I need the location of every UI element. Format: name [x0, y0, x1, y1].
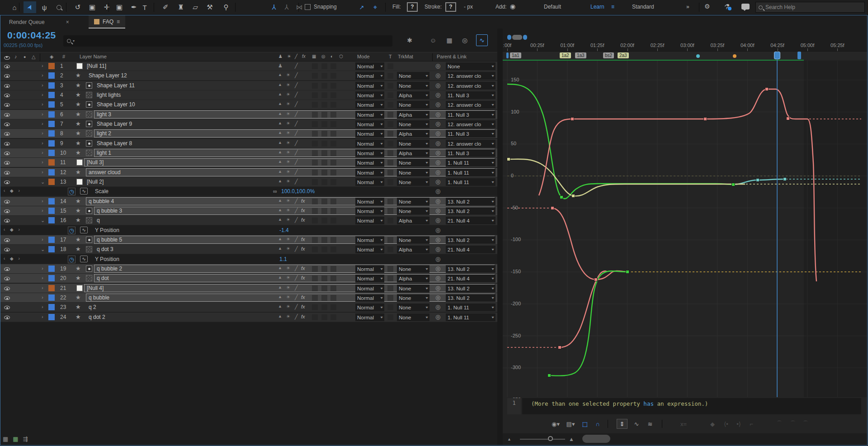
preserve-transparency-well[interactable] [387, 208, 393, 214]
pickwhip-icon[interactable]: ◎ [435, 275, 440, 281]
pickwhip-icon[interactable]: ◎ [435, 91, 440, 98]
expand-chevron-icon[interactable]: › [42, 140, 43, 146]
pickwhip-icon[interactable]: ◎ [435, 82, 440, 89]
workspace-default[interactable]: Default [544, 4, 561, 10]
layer-name[interactable]: q bubble 5 [97, 237, 122, 243]
switch-well[interactable] [330, 218, 336, 223]
pickwhip-icon[interactable]: ◎ [435, 304, 440, 310]
expand-chevron-icon[interactable]: › [42, 169, 43, 175]
keyframe[interactable] [732, 183, 735, 186]
switch-well[interactable] [312, 199, 318, 204]
switch-well[interactable] [321, 266, 327, 272]
quality-sun-icon[interactable]: ☀ [286, 130, 290, 135]
switch-well[interactable] [321, 160, 327, 166]
layer-name[interactable]: q [97, 217, 100, 223]
choose-graph-type-button[interactable]: ◉▾ [550, 419, 561, 429]
stamp-tool[interactable]: ♜ [175, 1, 187, 13]
switch-column-icon[interactable]: ☀ [287, 54, 291, 59]
tab-faq[interactable]: FAQ ≡ [89, 15, 125, 28]
mode-column-label[interactable]: Mode [357, 54, 370, 59]
switch-well[interactable] [321, 73, 327, 79]
collapse-icon[interactable]: ▲ [278, 92, 282, 96]
layer-name[interactable]: Shape Layer 12 [89, 72, 127, 79]
switch-well[interactable] [312, 63, 318, 69]
trkmat-dropdown[interactable]: None▾ [397, 313, 429, 321]
preserve-transparency-well[interactable] [387, 304, 393, 310]
expand-chevron-icon[interactable]: › [42, 111, 43, 117]
switch-well[interactable] [312, 83, 318, 89]
quality-sun-icon[interactable]: ☀ [286, 72, 290, 77]
quality-icon[interactable]: ╱ [295, 266, 298, 271]
preserve-transparency-well[interactable] [387, 141, 393, 147]
switch-well[interactable] [330, 237, 336, 243]
switch-column-icon[interactable]: ⬡ [339, 54, 343, 59]
keyframe[interactable] [787, 117, 790, 120]
layer-name[interactable]: Shape Layer 10 [97, 101, 135, 108]
pickwhip-icon[interactable]: ◎ [435, 140, 440, 147]
fit-selection-button[interactable]: ∿ [631, 419, 642, 429]
footer-icon render-status-icon[interactable]: ▦ [13, 436, 18, 442]
motion-blur-master-icon[interactable]: ◎ [459, 34, 471, 46]
mode-dropdown[interactable]: Normal▾ [355, 72, 384, 80]
label-color-chip[interactable] [48, 304, 55, 310]
switch-well[interactable] [330, 266, 336, 272]
expand-chevron-icon[interactable]: › [42, 82, 43, 88]
preserve-transparency-well[interactable] [387, 237, 393, 243]
switch-well[interactable] [312, 266, 318, 272]
switch-well[interactable] [312, 179, 318, 185]
keyframe[interactable] [765, 88, 769, 91]
switch-well[interactable] [321, 63, 327, 69]
quality-icon[interactable]: ╱ [295, 169, 298, 175]
property-value[interactable]: 1.1 [279, 256, 287, 262]
label-color-chip[interactable] [48, 159, 55, 166]
quality-sun-icon[interactable]: ☀ [286, 285, 290, 290]
quality-sun-icon[interactable]: ☀ [286, 82, 290, 87]
fx-icon[interactable]: fx [301, 304, 305, 309]
property-value[interactable]: 100.0,100.0% [281, 188, 315, 195]
label-color-chip[interactable] [48, 150, 55, 156]
layer-name[interactable]: [Null 11] [87, 63, 106, 69]
quality-icon[interactable]: ╱ [295, 294, 298, 300]
quality-icon[interactable]: ╱ [295, 217, 298, 223]
collapse-icon[interactable]: ▲ [278, 82, 282, 87]
graph-editor-toggle[interactable]: ∿ [476, 34, 488, 46]
edit-value-button[interactable]: x= [678, 419, 689, 429]
layer-row[interactable]: ›22★q bubble▲☀╱fxNormal▾None▾◎13. Null 2… [0, 293, 497, 303]
pickwhip-icon[interactable]: ◎ [435, 313, 440, 320]
pickwhip-icon[interactable]: ◎ [435, 178, 440, 185]
quality-icon[interactable]: ╱ [295, 208, 298, 214]
mode-dropdown[interactable]: Normal▾ [355, 178, 384, 186]
collapse-icon[interactable]: ▲ [278, 314, 282, 318]
label-color-chip[interactable] [48, 82, 55, 89]
collapse-icon[interactable]: ▲ [278, 246, 282, 251]
switch-well[interactable] [321, 295, 327, 301]
learn-menu-icon[interactable]: ≡ [611, 4, 614, 10]
mode-dropdown[interactable]: Normal▾ [355, 246, 384, 253]
collapse-icon[interactable]: ▲ [278, 179, 282, 183]
quality-icon[interactable]: ╱ [295, 130, 298, 136]
mode-dropdown[interactable]: Normal▾ [355, 169, 384, 176]
quality-sun-icon[interactable]: ☀ [286, 179, 290, 184]
quality-sun-icon[interactable]: ☀ [286, 150, 290, 155]
layer-row[interactable]: ›17★q bubble 5▲☀╱fxNormal▾None▾◎13. Null… [0, 235, 497, 245]
pickwhip-icon[interactable]: ◎ [435, 149, 440, 156]
quality-sun-icon[interactable]: ☀ [286, 169, 290, 174]
pickwhip-icon[interactable]: ◎ [435, 62, 440, 69]
add-button[interactable]: ◉ [510, 3, 515, 10]
mode-dropdown[interactable]: Normal▾ [355, 149, 384, 157]
pickwhip-icon[interactable]: ◎ [435, 159, 440, 166]
switch-well[interactable] [321, 208, 327, 214]
expand-chevron-icon[interactable]: › [42, 314, 43, 319]
switch-well[interactable] [330, 304, 336, 310]
layer-name[interactable]: q dot 2 [89, 314, 105, 320]
layer-row[interactable]: ›23★q 2▲☀╱fxNormal▾None▾◎1. Null 11▾ [0, 303, 497, 312]
zoom-tool[interactable] [52, 1, 65, 13]
preserve-transparency-well[interactable] [387, 170, 393, 176]
expand-chevron-icon[interactable]: › [42, 101, 43, 107]
property-name[interactable]: Scale [95, 188, 108, 195]
quality-sun-icon[interactable]: ☀ [286, 92, 290, 97]
fill-swatch[interactable]: ? [407, 2, 418, 12]
label-column-icon[interactable]: ◈ [50, 54, 53, 60]
pickwhip-icon[interactable]: ◎ [435, 101, 440, 108]
label-color-chip[interactable] [48, 169, 55, 176]
